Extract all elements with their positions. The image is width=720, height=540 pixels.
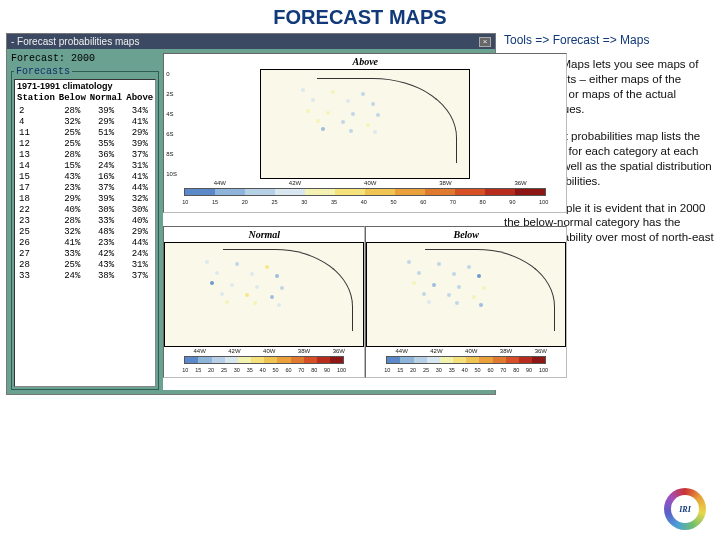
table-row[interactable]: 1543%16%41%	[15, 171, 155, 182]
map-below-title: Below	[366, 227, 566, 242]
table-cell: 43%	[57, 171, 88, 182]
table-row[interactable]: 1829%39%32%	[15, 193, 155, 204]
window-titlebar[interactable]: - Forecast probabilities maps ×	[7, 34, 495, 49]
colorbar	[386, 356, 546, 364]
table-cell: 28%	[57, 215, 88, 226]
table-cell: 25	[15, 226, 57, 237]
table-row[interactable]: 1125%51%29%	[15, 127, 155, 138]
table-cell: 31%	[124, 160, 155, 171]
table-cell: 15%	[57, 160, 88, 171]
data-table-wrap[interactable]: 1971-1991 climatology StationBelowNormal…	[14, 79, 156, 387]
colorbar-labels: 101520253035405060708090100	[182, 367, 346, 373]
table-cell: 32%	[57, 226, 88, 237]
station-dot	[373, 130, 377, 134]
table-cell: 37%	[124, 149, 155, 160]
table-cell: 33	[15, 270, 57, 281]
table-cell: 34%	[124, 105, 155, 117]
left-column: - Forecast probabilities maps × Forecast…	[6, 33, 496, 395]
station-dot	[253, 301, 257, 305]
station-dot	[371, 102, 375, 106]
table-cell: 37%	[124, 270, 155, 281]
station-dot	[407, 260, 411, 264]
app-body: Forecast: 2000 Forecasts 1971-1991 clima…	[7, 49, 495, 394]
table-cell: 28%	[57, 105, 88, 117]
table-cell: 17	[15, 182, 57, 193]
table-row[interactable]: 228%39%34%	[15, 105, 155, 117]
map-above-title: Above	[164, 54, 566, 69]
table-row[interactable]: 2240%30%30%	[15, 204, 155, 215]
table-row[interactable]: 1328%36%37%	[15, 149, 155, 160]
station-dot	[427, 300, 431, 304]
station-dot	[280, 286, 284, 290]
stations-dots	[195, 257, 295, 327]
table-cell: 11	[15, 127, 57, 138]
table-cell: 30%	[88, 204, 124, 215]
table-cell: 42%	[88, 248, 124, 259]
table-cell: 25%	[57, 127, 88, 138]
station-dot	[255, 285, 259, 289]
table-cell: 41%	[124, 116, 155, 127]
table-cell: 24%	[88, 160, 124, 171]
table-cell: 44%	[124, 182, 155, 193]
station-dot	[341, 120, 345, 124]
forecast-year-label: Forecast: 2000	[11, 53, 159, 64]
x-ticks: 44W42W40W38W36W	[366, 347, 566, 354]
station-dot	[316, 119, 320, 123]
iri-logo-text: IRI	[671, 495, 699, 523]
table-row[interactable]: 1225%35%39%	[15, 138, 155, 149]
table-cell: 38%	[88, 270, 124, 281]
station-dot	[235, 262, 239, 266]
forecasts-fieldset: Forecasts 1971-1991 climatology StationB…	[11, 66, 159, 390]
table-cell: 35%	[88, 138, 124, 149]
table-row[interactable]: 2532%48%29%	[15, 226, 155, 237]
close-icon[interactable]: ×	[479, 37, 491, 47]
table-row[interactable]: 2641%23%44%	[15, 237, 155, 248]
iri-logo: IRI	[664, 488, 706, 530]
station-dot	[326, 111, 330, 115]
station-dot	[376, 113, 380, 117]
table-cell: 28	[15, 259, 57, 270]
table-cell: 39%	[88, 193, 124, 204]
table-cell: 22	[15, 204, 57, 215]
table-row[interactable]: 1415%24%31%	[15, 160, 155, 171]
table-cell: 39%	[88, 105, 124, 117]
table-cell: 25%	[57, 138, 88, 149]
table-cell: 32%	[57, 116, 88, 127]
table-cell: 29%	[57, 193, 88, 204]
station-dot	[472, 295, 476, 299]
station-dot	[230, 283, 234, 287]
station-dot	[210, 281, 214, 285]
table-row[interactable]: 2328%33%40%	[15, 215, 155, 226]
table-cell: 37%	[88, 182, 124, 193]
table-cell: 23%	[57, 182, 88, 193]
station-dot	[412, 281, 416, 285]
table-row[interactable]: 2825%43%31%	[15, 259, 155, 270]
station-dot	[205, 260, 209, 264]
map-normal-title: Normal	[164, 227, 364, 242]
table-cell: 18	[15, 193, 57, 204]
col-header: Above	[124, 92, 155, 105]
table-row[interactable]: 1723%37%44%	[15, 182, 155, 193]
table-row[interactable]: 2733%42%24%	[15, 248, 155, 259]
table-cell: 4	[15, 116, 57, 127]
table-cell: 40%	[124, 215, 155, 226]
map-above: Above 02S4S6S8S10S 44W42W40W38W36W 10152…	[163, 53, 567, 213]
station-dot	[250, 272, 254, 276]
station-dot	[432, 283, 436, 287]
table-cell: 30%	[124, 204, 155, 215]
table-row[interactable]: 432%29%41%	[15, 116, 155, 127]
station-dot	[270, 295, 274, 299]
station-dot	[346, 99, 350, 103]
station-dot	[275, 274, 279, 278]
content: - Forecast probabilities maps × Forecast…	[0, 33, 720, 395]
station-dot	[477, 274, 481, 278]
table-cell: 48%	[88, 226, 124, 237]
y-ticks: 02S4S6S8S10S	[166, 69, 182, 179]
station-dot	[225, 300, 229, 304]
table-cell: 13	[15, 149, 57, 160]
table-row[interactable]: 3324%38%37%	[15, 270, 155, 281]
station-dot	[349, 129, 353, 133]
maps-bottom-row: Normal 02S4S6S8S10S 44W42W40W38W36W 101	[163, 226, 567, 391]
table-cell: 24%	[124, 248, 155, 259]
table-cell: 25%	[57, 259, 88, 270]
